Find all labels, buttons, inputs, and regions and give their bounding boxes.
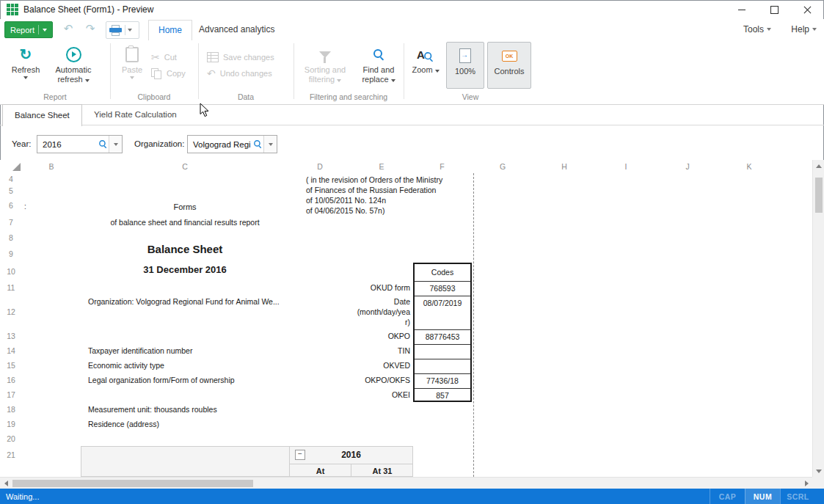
row-header-18[interactable]: 18 (0, 402, 22, 417)
automatic-refresh-button[interactable]: Automatic refresh (47, 41, 100, 84)
copy-button[interactable]: Copy (151, 66, 186, 81)
refresh-button[interactable]: ↻ Refresh (6, 41, 45, 79)
chevron-down-icon (43, 29, 47, 32)
row-header-5[interactable]: 5 (0, 185, 22, 197)
print-button[interactable] (106, 21, 139, 39)
status-bar: Waiting... CAP NUM SCRL (0, 489, 824, 504)
row-header-20[interactable]: 20 (0, 431, 22, 446)
save-changes-button[interactable]: Save changes (207, 50, 274, 65)
controls-button[interactable]: OK Controls (487, 42, 531, 89)
column-header-f[interactable]: F (412, 160, 472, 173)
cell-residence-line: Residence (address) (88, 419, 159, 429)
row-header-11[interactable]: 11 (0, 280, 22, 295)
group-label-clipboard: Clipboard (110, 92, 198, 101)
sorting-and-filtering-button[interactable]: Sorting and filtering (299, 41, 351, 84)
row-header-19[interactable]: 19 (0, 417, 22, 431)
divider (125, 25, 125, 35)
report-menu-button[interactable]: Report (4, 21, 53, 38)
scale-100-label: 100% (455, 67, 475, 76)
row-header-10[interactable]: 10 (0, 263, 22, 280)
undo-changes-button[interactable]: ↶ Undo changes (207, 66, 272, 81)
row-header-14[interactable]: 14 (0, 343, 22, 358)
paste-icon (125, 45, 139, 64)
column-header-k[interactable]: K (718, 160, 780, 173)
help-menu[interactable]: Help (791, 19, 817, 40)
organization-parameter-label: Organization: (134, 139, 184, 148)
ribbon-tab-home[interactable]: Home (148, 20, 192, 40)
sheet-tab-yield-rate-calculation[interactable]: Yield Rate Calculation (82, 104, 189, 125)
horizontal-scrollbar[interactable] (0, 477, 812, 489)
minimize-button[interactable] (725, 0, 758, 19)
save-changes-label: Save changes (223, 53, 274, 62)
cell-row6-marker: : (24, 202, 26, 212)
ribbon-tab-advanced-analytics[interactable]: Advanced analytics (189, 20, 284, 40)
group-divider (404, 43, 404, 99)
row-header-7[interactable]: 7 (0, 214, 22, 230)
scale-icon (459, 46, 471, 65)
column-header-d[interactable]: D (289, 160, 351, 173)
sheet-tabbar-line (0, 125, 824, 125)
organization-combobox[interactable]: Volgograd Regi (187, 135, 277, 153)
cell-date-label: Date (month/day/yea r) (293, 296, 410, 327)
find-and-replace-button[interactable]: Find and replace (354, 41, 404, 84)
select-all-corner[interactable] (12, 163, 21, 171)
row-header-4[interactable]: 4 (0, 173, 22, 185)
search-icon[interactable] (254, 140, 262, 148)
cell-year-col1: At (290, 466, 351, 476)
row-header-17[interactable]: 17 (0, 387, 22, 402)
search-icon (373, 45, 384, 64)
group-label-filtering: Filtering and searching (293, 92, 404, 101)
horizontal-scroll-thumb[interactable] (12, 480, 253, 487)
year-combobox[interactable]: 2016 (37, 135, 123, 153)
column-header-b[interactable]: B (22, 160, 81, 173)
group-divider (293, 43, 294, 99)
undo-button[interactable]: ↶ (59, 21, 78, 37)
vertical-scrollbar[interactable] (812, 160, 824, 477)
sheet-tab-balance-sheet[interactable]: Balance Sheet (2, 104, 82, 126)
maximize-icon (770, 6, 779, 14)
maximize-button[interactable] (758, 0, 791, 19)
paste-button[interactable]: Paste (116, 41, 148, 79)
row-header-16[interactable]: 16 (0, 373, 22, 387)
scale-100-button[interactable]: 100% (446, 42, 484, 89)
cell-forms-title: Forms (81, 202, 289, 212)
row-header-15[interactable]: 15 (0, 358, 22, 373)
group-label-view: View (404, 92, 537, 101)
row-header-13[interactable]: 13 (0, 329, 22, 343)
column-header-j[interactable]: J (657, 160, 718, 173)
search-icon[interactable] (99, 140, 107, 148)
column-header-c[interactable]: C (81, 160, 289, 173)
vertical-scroll-thumb[interactable] (815, 178, 823, 213)
column-header-e[interactable]: E (351, 160, 412, 173)
row-header-21[interactable]: 21 (0, 446, 22, 477)
group-divider (110, 43, 111, 99)
cell-okved-label: OKVED (293, 360, 410, 370)
okud-value-cell: 768593 (415, 282, 470, 296)
column-header-g[interactable]: G (472, 160, 533, 173)
row-header-8[interactable]: 8 (0, 230, 22, 245)
scroll-up-button[interactable] (813, 160, 824, 172)
scroll-right-button[interactable] (801, 478, 812, 489)
zoom-button[interactable]: A Zoom (408, 41, 443, 75)
row-header-9[interactable]: 9 (0, 245, 22, 263)
scroll-left-button[interactable] (0, 478, 12, 489)
row-header-6[interactable]: 6 (0, 197, 22, 214)
redo-button[interactable]: ↷ (81, 21, 100, 37)
tools-menu[interactable]: Tools (743, 19, 771, 40)
organization-dropdown-button[interactable] (263, 136, 277, 153)
scroll-down-button[interactable] (813, 465, 824, 477)
row-header-12[interactable]: 12 (0, 295, 22, 329)
chevron-down-icon (269, 143, 273, 146)
caps-lock-indicator: CAP (710, 489, 745, 504)
close-button[interactable] (791, 0, 824, 19)
year-dropdown-button[interactable] (109, 136, 122, 153)
chevron-down-icon (128, 29, 132, 32)
column-header-i[interactable]: I (595, 160, 657, 173)
cell-okei-label: OKEI (293, 390, 410, 400)
okfs-value-cell: 77436/18 (415, 374, 470, 389)
group-label-data: Data (198, 92, 293, 101)
column-header-h[interactable]: H (533, 160, 595, 173)
date-label-line: (month/day/yea (293, 307, 410, 317)
controls-icon: OK (502, 51, 517, 62)
cut-button[interactable]: ✂ Cut (151, 50, 177, 65)
